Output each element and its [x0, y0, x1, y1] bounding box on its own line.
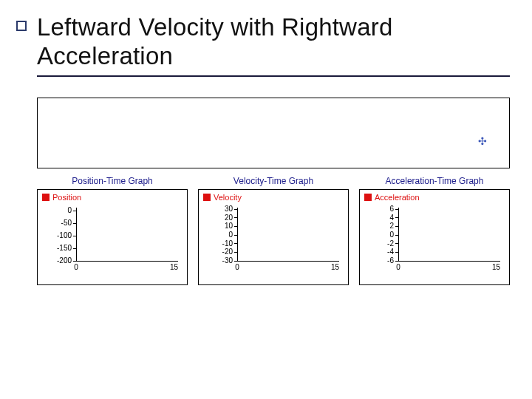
ytick: -100 — [57, 231, 72, 239]
legend-label: Position — [52, 193, 81, 202]
ytick: -2 — [387, 239, 394, 248]
animation-panel: ✣ — [37, 98, 510, 168]
legend-label: Velocity — [214, 193, 242, 202]
bullet-square-icon — [16, 21, 27, 31]
ytick: -200 — [57, 256, 72, 265]
plot-area: 0 -50 -100 -150 -200 0 15 — [42, 203, 183, 271]
chart-title: Acceleration-Time Graph — [359, 176, 510, 186]
chart-legend: Position — [42, 193, 183, 202]
xtick: 0 — [396, 263, 400, 271]
ytick: -6 — [387, 256, 394, 265]
axes-svg: 6 4 2 0 -2 -4 -6 0 — [364, 203, 505, 271]
axes-svg: 0 -50 -100 -150 -200 0 15 — [42, 203, 183, 271]
slide: Leftward Velocity with Rightward Acceler… — [0, 0, 532, 399]
plot-area: 30 20 10 0 -10 -20 -30 0 — [203, 203, 344, 271]
chart-legend: Velocity — [203, 193, 344, 202]
ytick: 20 — [225, 214, 233, 222]
charts-row: Position-Time Graph Position 0 -50 — [37, 176, 510, 285]
plot-area: 6 4 2 0 -2 -4 -6 0 — [364, 203, 505, 271]
ytick: 6 — [389, 205, 394, 213]
ytick: 2 — [389, 222, 394, 230]
xtick: 0 — [235, 263, 239, 271]
xtick: 0 — [74, 263, 78, 271]
xtick: 15 — [170, 263, 179, 271]
ytick: 0 — [228, 231, 233, 239]
title-block: Leftward Velocity with Rightward Acceler… — [37, 13, 508, 77]
legend-swatch-icon — [42, 194, 50, 201]
xtick: 15 — [331, 263, 340, 271]
legend-swatch-icon — [203, 194, 211, 201]
legend-label: Acceleration — [375, 193, 420, 202]
chart-card: Acceleration 6 4 2 0 — [359, 189, 510, 285]
ytick: -30 — [222, 256, 233, 265]
legend-swatch-icon — [364, 194, 372, 201]
chart-legend: Acceleration — [364, 193, 505, 202]
chart-col-acceleration: Acceleration-Time Graph Acceleration 6 4 — [359, 176, 510, 285]
slide-title: Leftward Velocity with Rightward Acceler… — [37, 13, 508, 71]
ytick: -4 — [387, 248, 394, 256]
title-underline — [37, 75, 510, 77]
ytick: 0 — [67, 206, 72, 214]
ytick: -50 — [61, 219, 72, 227]
chart-card: Velocity 30 20 10 0 — [198, 189, 349, 285]
chart-card: Position 0 -50 -100 -150 — [37, 189, 188, 285]
axes-svg: 30 20 10 0 -10 -20 -30 0 — [203, 203, 344, 271]
ytick: 4 — [389, 214, 394, 222]
ytick: 30 — [225, 205, 233, 213]
chart-title: Velocity-Time Graph — [198, 176, 349, 186]
chart-col-velocity: Velocity-Time Graph Velocity 30 20 — [198, 176, 349, 285]
ytick: -20 — [222, 248, 233, 256]
xtick: 15 — [492, 263, 501, 271]
ytick: 0 — [389, 231, 394, 239]
ytick: -10 — [222, 239, 233, 248]
ytick: 10 — [225, 222, 233, 230]
chart-col-position: Position-Time Graph Position 0 -50 — [37, 176, 188, 285]
ytick: -150 — [57, 244, 72, 252]
motion-marker-icon: ✣ — [478, 137, 487, 146]
chart-title: Position-Time Graph — [37, 176, 188, 186]
